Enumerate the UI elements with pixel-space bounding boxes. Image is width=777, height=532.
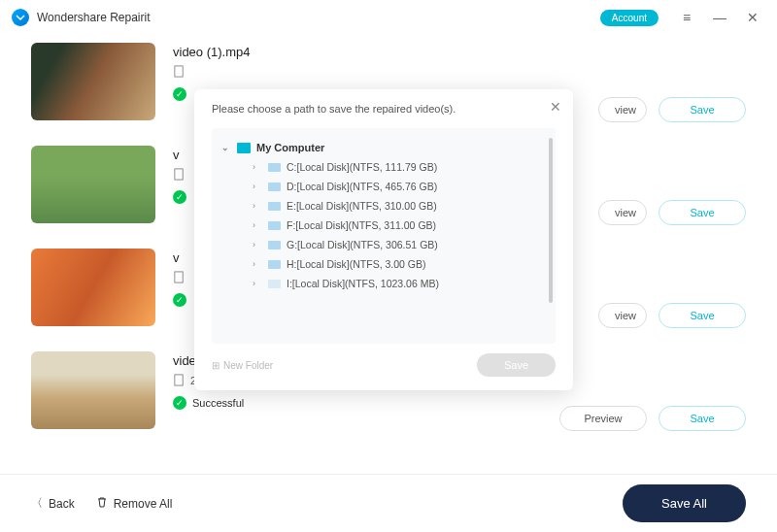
- save-all-button[interactable]: Save All: [623, 484, 746, 522]
- preview-button[interactable]: view: [598, 200, 647, 225]
- preview-button[interactable]: Preview: [559, 406, 647, 431]
- title-bar: Wondershare Repairit Account ≡ — ✕: [0, 0, 777, 35]
- save-button[interactable]: Save: [659, 303, 746, 328]
- save-button[interactable]: Save: [659, 200, 746, 225]
- drive-item[interactable]: ›E:[Local Disk](NTFS, 310.00 GB): [220, 196, 548, 216]
- drive-icon: [268, 183, 281, 191]
- video-specs: [173, 65, 581, 78]
- back-button[interactable]: 〈Back: [31, 495, 75, 512]
- menu-icon[interactable]: ≡: [674, 5, 699, 30]
- computer-icon: [237, 143, 251, 153]
- drive-icon: [268, 221, 281, 230]
- success-icon: ✓: [173, 293, 186, 307]
- preview-button[interactable]: view: [598, 97, 647, 122]
- file-icon: [173, 168, 186, 181]
- dialog-title: Please choose a path to save the repaire…: [212, 103, 556, 115]
- file-icon: [173, 374, 186, 386]
- success-icon: ✓: [173, 396, 186, 410]
- video-thumbnail[interactable]: [31, 351, 155, 429]
- drive-item[interactable]: ›G:[Local Disk](NTFS, 306.51 GB): [220, 235, 548, 254]
- chevron-right-icon: ›: [253, 162, 262, 172]
- trash-icon: [96, 496, 108, 511]
- status-label: Successful: [192, 397, 244, 409]
- drive-icon: [268, 260, 281, 269]
- svg-rect-1: [175, 169, 183, 180]
- svg-rect-3: [175, 375, 183, 385]
- drive-item[interactable]: ›D:[Local Disk](NTFS, 465.76 GB): [220, 177, 548, 196]
- preview-button[interactable]: view: [598, 303, 647, 328]
- drive-item[interactable]: ›F:[Local Disk](NTFS, 311.00 GB): [220, 216, 548, 235]
- drive-item[interactable]: ›H:[Local Disk](NTFS, 3.00 GB): [220, 254, 548, 274]
- svg-rect-2: [175, 272, 183, 283]
- save-path-dialog: ✕ Please choose a path to save the repai…: [194, 89, 573, 390]
- remove-all-button[interactable]: Remove All: [96, 496, 173, 511]
- drive-item[interactable]: ›I:[Local Disk](NTFS, 1023.06 MB): [220, 274, 548, 293]
- drive-icon: [268, 163, 281, 172]
- drive-icon: [268, 241, 281, 249]
- scrollbar[interactable]: [549, 138, 553, 303]
- chevron-left-icon: 〈: [31, 495, 43, 512]
- tree-root[interactable]: ⌄My Computer: [220, 138, 548, 157]
- footer-bar: 〈Back Remove All Save All: [0, 474, 777, 532]
- account-button[interactable]: Account: [600, 10, 659, 26]
- drive-icon: [268, 280, 281, 288]
- file-icon: [173, 271, 186, 283]
- folder-tree: ⌄My Computer ›C:[Local Disk](NTFS, 111.7…: [212, 128, 556, 344]
- minimize-icon[interactable]: —: [707, 5, 732, 30]
- success-icon: ✓: [173, 87, 186, 101]
- video-thumbnail[interactable]: [31, 249, 155, 326]
- save-button[interactable]: Save: [659, 406, 746, 431]
- chevron-down-icon: ⌄: [221, 143, 231, 152]
- video-filename: video (1).mp4: [173, 45, 581, 59]
- dialog-close-icon[interactable]: ✕: [550, 99, 561, 115]
- svg-rect-0: [175, 66, 183, 77]
- close-icon[interactable]: ✕: [740, 5, 765, 30]
- save-button[interactable]: Save: [659, 97, 746, 122]
- app-title: Wondershare Repairit: [37, 11, 592, 24]
- app-logo-icon: [12, 9, 29, 26]
- new-folder-button[interactable]: ⊞New Folder: [212, 360, 273, 371]
- folder-plus-icon: ⊞: [212, 360, 220, 371]
- video-thumbnail[interactable]: [31, 43, 155, 120]
- app-window: Wondershare Repairit Account ≡ — ✕ video…: [0, 0, 777, 532]
- success-icon: ✓: [173, 190, 186, 204]
- video-thumbnail[interactable]: [31, 146, 155, 223]
- dialog-save-button[interactable]: Save: [477, 353, 556, 377]
- drive-item[interactable]: ›C:[Local Disk](NTFS, 111.79 GB): [220, 157, 548, 177]
- file-icon: [173, 65, 186, 78]
- drive-icon: [268, 202, 281, 211]
